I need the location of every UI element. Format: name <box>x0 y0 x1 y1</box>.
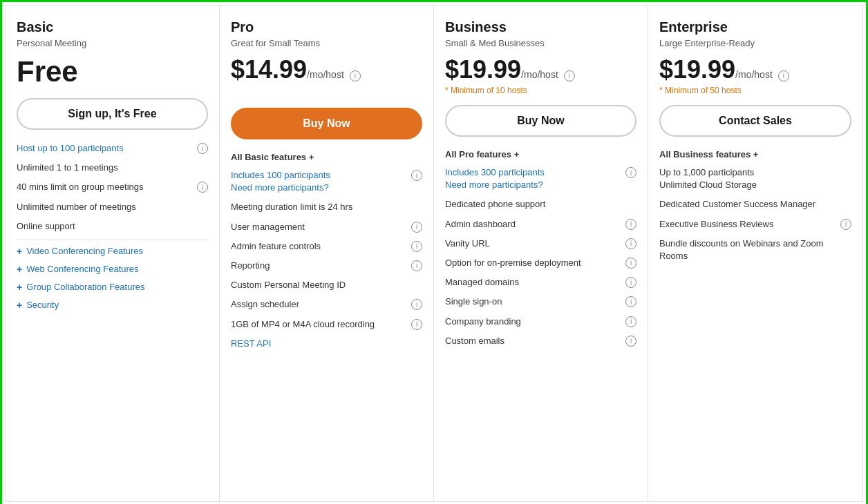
expand-label: Web Conferencing Features <box>26 264 138 274</box>
feature-text: Company branding <box>445 316 623 328</box>
feature-text: Includes 300 participantsNeed more parti… <box>445 166 623 191</box>
feature-item: Up to 1,000 participantsUnlimited Cloud … <box>659 166 851 191</box>
feature-text: Admin feature controls <box>231 240 408 253</box>
plan-business-price-row: $19.99/mo/host i <box>445 55 636 86</box>
feature-item: Assign scheduler i <box>231 298 422 311</box>
feature-text: Meeting duration limit is 24 hrs <box>231 201 422 213</box>
plan-pro-features-header: All Basic features + <box>231 152 422 162</box>
plus-icon: + <box>17 264 22 275</box>
plan-business-features-header: All Pro features + <box>445 149 636 159</box>
feature-text: Custom emails <box>445 335 623 347</box>
pricing-grid: Basic Personal Meeting Free Sign up, It'… <box>5 5 863 502</box>
plan-basic: Basic Personal Meeting Free Sign up, It'… <box>6 6 220 501</box>
info-icon[interactable]: i <box>564 70 575 81</box>
feature-item: Admin dashboard i <box>445 218 636 231</box>
plan-business-price: $19.99/mo/host <box>445 55 558 84</box>
info-icon[interactable]: i <box>411 319 422 330</box>
info-icon[interactable]: i <box>350 70 361 81</box>
feature-text: Includes 100 participantsNeed more parti… <box>231 169 408 194</box>
feature-text: Dedicated Customer Success Manager <box>659 198 851 211</box>
info-icon[interactable]: i <box>625 238 636 249</box>
plan-business: Business Small & Med Businesses $19.99/m… <box>434 6 648 501</box>
plan-pro-cta[interactable]: Buy Now <box>231 108 422 139</box>
feature-text: Option for on-premise deployment <box>445 257 623 269</box>
feature-item: Reporting i <box>231 260 422 272</box>
plan-basic-tagline: Personal Meeting <box>17 38 208 48</box>
feature-item: Includes 100 participantsNeed more parti… <box>231 169 422 194</box>
plan-pro-tagline: Great for Small Teams <box>231 38 422 48</box>
plan-basic-name: Basic <box>17 19 208 35</box>
feature-item: 1GB of MP4 or M4A cloud recording i <box>231 318 422 331</box>
plan-enterprise-name: Enterprise <box>659 19 851 35</box>
feature-item: Dedicated phone support <box>445 198 636 211</box>
feature-item: Option for on-premise deployment i <box>445 257 636 269</box>
info-icon[interactable]: i <box>625 258 636 269</box>
plan-basic-features: Host up to 100 participants i Unlimited … <box>17 142 208 233</box>
plan-enterprise-cta[interactable]: Contact Sales <box>659 105 851 137</box>
feature-item: Single sign-on i <box>445 295 636 308</box>
info-icon[interactable]: i <box>197 182 208 193</box>
info-icon[interactable]: i <box>625 336 636 347</box>
plan-business-cta[interactable]: Buy Now <box>445 105 636 137</box>
plan-pro-name: Pro <box>231 19 422 35</box>
info-icon[interactable]: i <box>625 277 636 288</box>
feature-text: Custom Personal Meeting ID <box>231 279 422 291</box>
info-icon[interactable]: i <box>625 167 636 178</box>
plan-business-price-note: * Minimum of 10 hosts <box>445 86 636 95</box>
info-icon[interactable]: i <box>411 299 422 310</box>
plan-basic-price: Free <box>17 55 208 88</box>
feature-item: Admin feature controls i <box>231 240 422 253</box>
info-icon[interactable]: i <box>197 143 208 154</box>
feature-item: Custom emails i <box>445 335 636 347</box>
plus-icon: + <box>17 246 22 257</box>
feature-text: Up to 1,000 participantsUnlimited Cloud … <box>659 166 851 191</box>
plan-business-name: Business <box>445 19 636 35</box>
plan-pro-price: $14.99/mo/host <box>231 55 344 84</box>
info-icon[interactable]: i <box>625 219 636 230</box>
expand-web-conferencing[interactable]: + Web Conferencing Features <box>17 264 208 275</box>
feature-item: Executive Business Reviews i <box>659 218 851 231</box>
feature-text: Managed domains <box>445 276 623 289</box>
feature-text: Dedicated phone support <box>445 198 636 211</box>
feature-text: Executive Business Reviews <box>659 218 838 231</box>
plan-pro: Pro Great for Small Teams $14.99/mo/host… <box>220 6 434 501</box>
feature-item: Host up to 100 participants i <box>17 142 208 155</box>
feature-item: Managed domains i <box>445 276 636 289</box>
feature-item: Dedicated Customer Success Manager <box>659 198 851 211</box>
feature-item: Includes 300 participantsNeed more parti… <box>445 166 636 191</box>
info-icon[interactable]: i <box>411 222 422 233</box>
plus-icon: + <box>17 282 22 293</box>
expand-group-collaboration[interactable]: + Group Collaboration Features <box>17 282 208 293</box>
feature-item: Custom Personal Meeting ID <box>231 279 422 291</box>
info-icon[interactable]: i <box>840 219 851 230</box>
feature-item: 40 mins limit on group meetings i <box>17 181 208 193</box>
feature-item: Unlimited 1 to 1 meetings <box>17 162 208 174</box>
plan-basic-cta[interactable]: Sign up, It's Free <box>17 98 208 130</box>
plan-business-tagline: Small & Med Businesses <box>445 38 636 48</box>
info-icon[interactable]: i <box>411 170 422 181</box>
plus-icon: + <box>17 300 22 311</box>
feature-text: Host up to 100 participants <box>17 142 194 155</box>
feature-item: Online support <box>17 220 208 233</box>
feature-text: Unlimited 1 to 1 meetings <box>17 162 208 174</box>
feature-text: Unlimited number of meetings <box>17 201 208 213</box>
plan-enterprise-price: $19.99/mo/host <box>659 55 773 84</box>
plan-enterprise-price-row: $19.99/mo/host i <box>659 55 851 86</box>
info-icon[interactable]: i <box>778 70 789 81</box>
info-icon[interactable]: i <box>411 241 422 252</box>
feature-text: 40 mins limit on group meetings <box>17 181 194 193</box>
info-icon[interactable]: i <box>411 260 422 271</box>
expand-security[interactable]: + Security <box>17 300 208 311</box>
info-icon[interactable]: i <box>625 316 636 327</box>
feature-text: User management <box>231 221 408 233</box>
feature-item: Bundle discounts on Webinars and Zoom Ro… <box>659 238 851 262</box>
expand-video-conferencing[interactable]: + Video Conferencing Features <box>17 246 208 257</box>
plan-enterprise-features-header: All Business features + <box>659 149 851 159</box>
feature-text: Reporting <box>231 260 408 272</box>
feature-text: 1GB of MP4 or M4A cloud recording <box>231 318 408 331</box>
plan-pro-price-row: $14.99/mo/host i <box>231 55 422 86</box>
expand-label: Group Collaboration Features <box>26 282 144 292</box>
info-icon[interactable]: i <box>625 296 636 307</box>
plan-enterprise-price-note: * Minimum of 50 hosts <box>659 86 851 95</box>
feature-text: Online support <box>17 220 208 233</box>
